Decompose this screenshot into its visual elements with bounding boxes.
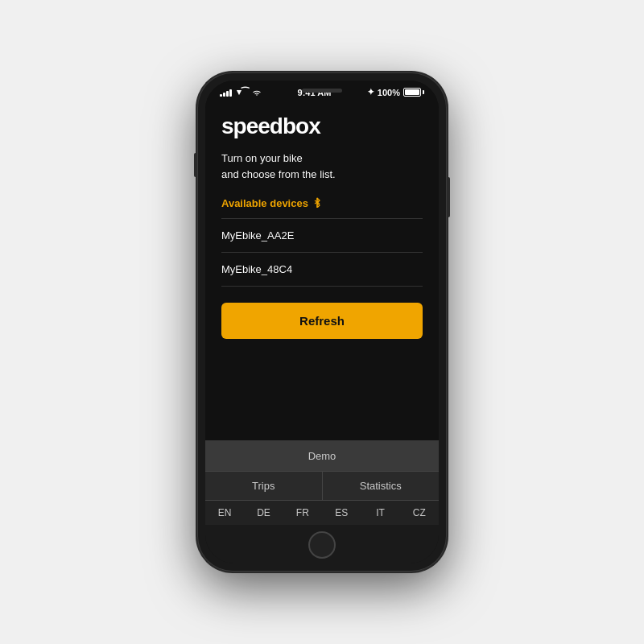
lang-es[interactable]: ES: [322, 507, 361, 518]
lang-it[interactable]: IT: [361, 507, 399, 518]
bluetooth-icon: ✦: [367, 87, 374, 97]
available-devices-label: Available devices: [221, 196, 423, 210]
lang-en[interactable]: EN: [205, 507, 244, 518]
bluetooth-small-icon: [313, 196, 321, 210]
device-name-1: MyEbike_AA2E: [221, 229, 423, 242]
home-button[interactable]: [308, 531, 336, 559]
demo-bar[interactable]: Demo: [205, 440, 439, 471]
battery-percent: 100%: [378, 88, 400, 97]
tab-statistics[interactable]: Statistics: [323, 472, 440, 500]
wifi-icon: ▾⁀: [237, 87, 249, 97]
lang-de[interactable]: DE: [244, 507, 283, 518]
subtitle-text: Turn on your bike and choose from the li…: [221, 152, 336, 180]
device-item-1[interactable]: MyEbike_AA2E: [221, 219, 423, 253]
status-left: ▾⁀: [220, 87, 262, 97]
phone-screen: ▾⁀ 9:41 AM ✦ 100%: [205, 80, 439, 564]
home-button-area: [205, 525, 439, 564]
device-name-2: MyEbike_48C4: [221, 263, 423, 275]
device-item-2[interactable]: MyEbike_48C4: [221, 253, 423, 287]
devices-label-text: Available devices: [221, 197, 308, 209]
phone-frame: ▾⁀ 9:41 AM ✦ 100%: [197, 72, 447, 572]
status-right: ✦ 100%: [367, 87, 424, 97]
speaker: [302, 89, 342, 93]
app-content: speedbox Turn on your bike and choose fr…: [205, 101, 439, 440]
tab-bar: Trips Statistics: [205, 471, 439, 500]
refresh-button[interactable]: Refresh: [221, 303, 423, 339]
lang-fr[interactable]: FR: [283, 507, 322, 518]
language-bar: EN DE FR ES IT CZ: [205, 500, 439, 525]
wifi-icon-svg: [252, 89, 262, 97]
app-subtitle: Turn on your bike and choose from the li…: [221, 151, 423, 182]
bottom-section: Demo Trips Statistics EN DE FR ES IT CZ: [205, 440, 439, 525]
lang-cz[interactable]: CZ: [400, 507, 439, 518]
tab-trips[interactable]: Trips: [205, 472, 323, 500]
signal-bars: [220, 89, 232, 97]
demo-label: Demo: [308, 450, 336, 462]
app-logo: speedbox: [221, 114, 423, 139]
content-spacer: [221, 339, 423, 432]
battery: [403, 88, 424, 97]
